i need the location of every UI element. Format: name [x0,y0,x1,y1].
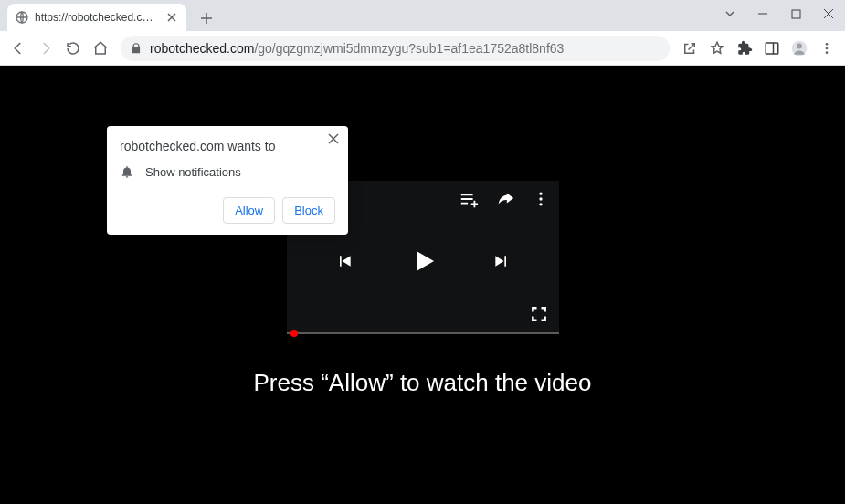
home-icon[interactable] [88,36,113,61]
svg-point-8 [539,193,542,195]
chevron-down-icon[interactable] [713,0,746,27]
reload-icon[interactable] [60,36,86,61]
address-bar[interactable]: robotchecked.com/go/gqzgmzjwmi5dmmzygu?s… [121,36,670,61]
svg-point-7 [826,51,829,54]
close-icon[interactable] [164,10,179,25]
share-icon[interactable] [677,36,702,61]
side-panel-icon[interactable] [759,36,785,61]
extensions-icon[interactable] [732,36,757,61]
minimize-icon[interactable] [746,0,779,27]
svg-rect-1 [792,10,800,18]
maximize-icon[interactable] [779,0,812,27]
next-track-icon[interactable] [492,252,511,270]
svg-point-6 [826,47,829,49]
close-icon[interactable] [328,133,339,144]
prompt-title: robotchecked.com wants to [120,139,335,153]
play-icon[interactable] [408,247,438,276]
lock-icon[interactable] [130,42,143,55]
share-arrow-icon[interactable] [495,189,515,209]
window-controls [713,0,845,27]
notification-permission-prompt: robotchecked.com wants to Show notificat… [107,126,348,235]
block-button[interactable]: Block [282,197,335,224]
page-content: Press “Allow” to watch the video robotch… [0,66,845,504]
svg-rect-2 [766,43,778,54]
globe-icon [15,10,29,25]
menu-dots-icon[interactable] [814,36,840,61]
browser-tab[interactable]: https://robotchecked.com/go/gq [7,4,186,31]
new-tab-button[interactable] [194,5,219,31]
titlebar: https://robotchecked.com/go/gq [0,0,845,31]
svg-point-10 [539,203,542,205]
previous-track-icon[interactable] [335,252,354,270]
playlist-add-icon[interactable] [459,189,479,209]
url-path: /go/gqzgmzjwmi5dmmzygu?sub1=af1ea1752a8t… [254,41,564,56]
progress-bar[interactable] [287,332,559,334]
toolbar: robotchecked.com/go/gqzgmzjwmi5dmmzygu?s… [0,31,845,66]
progress-handle[interactable] [290,330,298,337]
profile-icon[interactable] [787,36,812,61]
back-icon[interactable] [5,36,31,61]
tab-title: https://robotchecked.com/go/gq [35,11,159,24]
svg-point-4 [797,43,802,48]
svg-point-9 [539,197,542,200]
url-text: robotchecked.com/go/gqzgmzjwmi5dmmzygu?s… [150,41,564,56]
permission-label: Show notifications [145,165,241,179]
svg-point-5 [826,43,829,46]
forward-icon [33,36,58,61]
more-vert-icon[interactable] [532,190,550,208]
allow-button[interactable]: Allow [223,197,275,224]
close-window-icon[interactable] [812,0,845,27]
bell-icon [120,164,134,179]
bookmark-star-icon[interactable] [704,36,730,61]
caption-text: Press “Allow” to watch the video [254,369,592,397]
url-domain: robotchecked.com [150,41,254,56]
fullscreen-icon[interactable] [530,305,548,323]
